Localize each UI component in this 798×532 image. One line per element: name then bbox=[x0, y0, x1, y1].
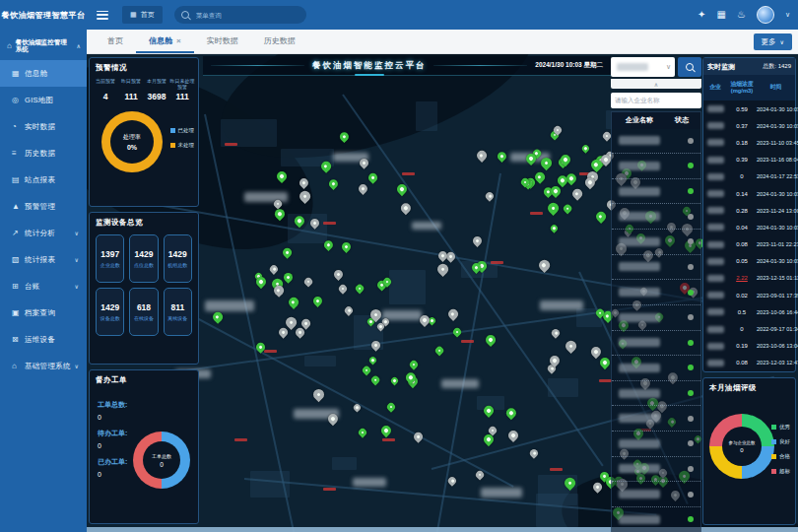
realtime-row[interactable]: 0.37 2024-01-30 10:03:00 bbox=[703, 117, 795, 134]
sidebar-item-realtime-data[interactable]: ◔ 实时数据 bbox=[0, 113, 87, 140]
theme-icon[interactable]: ✦ bbox=[698, 10, 705, 20]
map-pin[interactable] bbox=[332, 268, 345, 281]
map-pin[interactable] bbox=[589, 345, 603, 359]
map-pin[interactable] bbox=[550, 327, 562, 339]
map-pin[interactable] bbox=[311, 295, 324, 307]
breadcrumb[interactable]: ▦ 首页 bbox=[122, 6, 163, 24]
map-pin[interactable] bbox=[412, 432, 424, 443]
map-pin[interactable] bbox=[311, 387, 326, 402]
realtime-row[interactable]: 0.28 2023-11-24 13:00:00 bbox=[703, 202, 795, 219]
enterprise-row[interactable] bbox=[612, 179, 700, 205]
map-pin[interactable] bbox=[496, 150, 508, 163]
enterprise-row[interactable] bbox=[612, 280, 700, 305]
enterprise-row[interactable] bbox=[612, 356, 700, 381]
avatar[interactable] bbox=[757, 6, 774, 24]
map-pin[interactable] bbox=[355, 284, 366, 295]
map-pin[interactable] bbox=[598, 356, 612, 369]
realtime-row[interactable]: 0.59 2024-01-30 10:03:00 bbox=[703, 100, 795, 117]
realtime-row[interactable]: 0.18 2023-11-10 03:45:00 bbox=[703, 134, 795, 151]
sidebar-item-history-data[interactable]: ≡ 历史数据 bbox=[0, 140, 87, 166]
hamburger-menu-icon[interactable] bbox=[97, 11, 108, 20]
realtime-row[interactable]: 0.14 2024-01-30 10:03:00 bbox=[703, 185, 795, 202]
notification-icon[interactable]: ♨ bbox=[737, 10, 746, 20]
more-button[interactable]: 更多 ∨ bbox=[754, 33, 792, 50]
map-pin[interactable] bbox=[337, 284, 348, 295]
map-pin[interactable] bbox=[303, 276, 314, 287]
map-pin[interactable] bbox=[357, 182, 369, 195]
map-pin[interactable] bbox=[343, 304, 355, 316]
close-icon[interactable]: × bbox=[176, 36, 181, 45]
map-pin[interactable] bbox=[368, 356, 378, 366]
sidebar-item-archive-query[interactable]: ▣ 档案查询 bbox=[0, 299, 87, 326]
map-pin[interactable] bbox=[277, 326, 289, 338]
map-pin[interactable] bbox=[340, 240, 353, 253]
sidebar-item-dashboard[interactable]: ▦ 信息舱 bbox=[0, 60, 87, 87]
map-pin[interactable] bbox=[570, 187, 583, 200]
map-pin[interactable] bbox=[357, 427, 367, 437]
menu-search-input[interactable] bbox=[194, 11, 299, 20]
collapse-bar[interactable]: ∧ bbox=[611, 79, 701, 89]
sidebar-item-device-ops[interactable]: ⊠ 运维设备 bbox=[0, 326, 87, 353]
enterprise-dropdown[interactable]: ∨ bbox=[611, 57, 675, 77]
sidebar-item-ledger[interactable]: ⊞ 台账∨ bbox=[0, 273, 87, 299]
enterprise-row[interactable] bbox=[612, 305, 700, 331]
map-pin[interactable] bbox=[399, 201, 414, 216]
realtime-row[interactable]: 0 2024-01-17 22:53:00 bbox=[703, 168, 795, 185]
map-pin[interactable] bbox=[594, 210, 608, 224]
enterprise-row[interactable] bbox=[612, 255, 700, 281]
sidebar-item-alarm-management[interactable]: ▲ 预警管理 bbox=[0, 193, 87, 220]
tab-信息舱[interactable]: 信息舱× bbox=[136, 30, 194, 53]
map-pin[interactable] bbox=[506, 429, 520, 442]
enterprise-row[interactable] bbox=[612, 457, 700, 483]
map-pin[interactable] bbox=[475, 149, 489, 163]
map-pin[interactable] bbox=[537, 258, 552, 273]
map-pin[interactable] bbox=[484, 333, 498, 347]
enterprise-row[interactable] bbox=[612, 381, 700, 407]
map-pin[interactable] bbox=[435, 262, 450, 277]
tab-实时数据[interactable]: 实时数据 bbox=[194, 30, 251, 53]
map-pin[interactable] bbox=[327, 177, 340, 190]
map-pin[interactable] bbox=[408, 359, 420, 370]
map-pin[interactable] bbox=[287, 296, 300, 309]
sidebar-item-station-report[interactable]: ▤ 站点报表 bbox=[0, 166, 87, 193]
map-pin[interactable] bbox=[564, 339, 578, 354]
map-pin[interactable] bbox=[504, 405, 519, 420]
sidebar-item-gis-map[interactable]: ◎ GIS地图 bbox=[0, 87, 87, 113]
sidebar-item-base-system[interactable]: ⌂ 基础管理系统∨ bbox=[0, 353, 87, 379]
enterprise-row[interactable] bbox=[612, 507, 700, 532]
enterprise-row[interactable] bbox=[612, 482, 700, 507]
realtime-row[interactable]: 0.04 2024-01-30 10:03:00 bbox=[703, 219, 795, 235]
map-pin[interactable] bbox=[389, 375, 399, 385]
enterprise-row[interactable] bbox=[612, 204, 700, 230]
map-pin[interactable] bbox=[436, 249, 449, 262]
map-pin[interactable] bbox=[545, 201, 560, 216]
map-pin[interactable] bbox=[581, 144, 591, 154]
map-pin[interactable] bbox=[362, 366, 372, 376]
enterprise-search-button[interactable] bbox=[678, 57, 701, 77]
realtime-row[interactable]: 0.39 2023-11-16 08:04:00 bbox=[703, 152, 795, 168]
chevron-down-icon[interactable]: ∨ bbox=[785, 11, 790, 19]
realtime-row[interactable]: 0.19 2023-10-06 13:04:00 bbox=[703, 338, 795, 355]
enterprise-row[interactable] bbox=[612, 154, 700, 179]
realtime-row[interactable]: 0 2022-09-17 01:34:00 bbox=[703, 320, 795, 337]
layout-icon[interactable]: ▦ bbox=[716, 10, 725, 20]
enterprise-row[interactable] bbox=[612, 129, 700, 155]
realtime-row[interactable]: 0.05 2024-01-30 10:03:00 bbox=[703, 253, 795, 270]
sidebar-item-stat-analysis[interactable]: ↗ 统计分析∨ bbox=[0, 220, 87, 246]
map-pin[interactable] bbox=[471, 234, 484, 247]
sidebar-system-title[interactable]: ⌂ 餐饮油烟监控管理系统 ∧ bbox=[0, 30, 87, 60]
realtime-row[interactable]: 0.08 2023-11-01 22:23:00 bbox=[703, 236, 795, 253]
enterprise-row[interactable] bbox=[612, 432, 700, 457]
map-pin[interactable] bbox=[562, 204, 572, 215]
enterprise-name-input[interactable] bbox=[611, 93, 701, 108]
map-pin[interactable] bbox=[282, 272, 295, 285]
map-pin[interactable] bbox=[385, 402, 396, 413]
map-pin[interactable] bbox=[446, 307, 460, 321]
map-pin[interactable] bbox=[452, 326, 463, 337]
realtime-row[interactable]: 0.08 2023-12-03 12:47:00 bbox=[703, 355, 795, 371]
realtime-row[interactable]: 0.02 2023-09-01 17:39:00 bbox=[703, 287, 795, 303]
map-pin[interactable] bbox=[281, 246, 293, 258]
map-pin[interactable] bbox=[369, 375, 380, 386]
map-pin[interactable] bbox=[379, 424, 393, 437]
enterprise-row[interactable] bbox=[612, 406, 700, 432]
